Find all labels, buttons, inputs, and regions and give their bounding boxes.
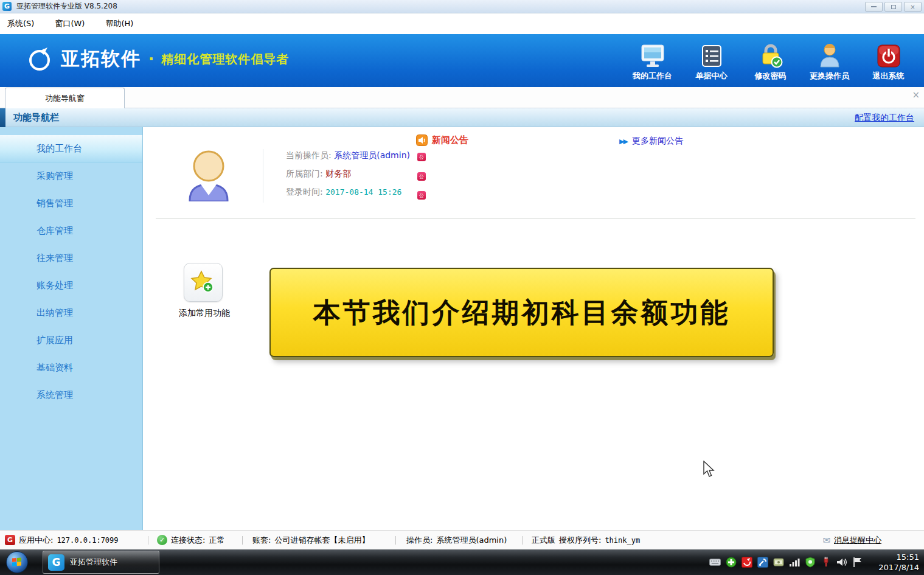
add-favorite-button[interactable] xyxy=(184,263,223,302)
taskbar-clock[interactable]: 15:51 2017/8/14 xyxy=(867,552,919,573)
tab-bar: 功能导航窗 × xyxy=(0,87,924,108)
yatuo-app-icon: G xyxy=(48,554,64,571)
change-password-button[interactable]: 修改密码 xyxy=(741,41,800,82)
connection-ok-icon: ✓ xyxy=(157,535,167,545)
tab-label: 功能导航窗 xyxy=(45,93,85,104)
more-news-link[interactable]: ▶▶ 更多新闻公告 xyxy=(619,136,683,147)
menu-system[interactable]: 系统(S) xyxy=(7,18,34,29)
taskbar-app-button[interactable]: G 亚拓管理软件 xyxy=(43,551,159,574)
operator-row: 当前操作员: 系统管理员(admin) xyxy=(286,150,410,161)
sidebar-item-sales[interactable]: 销售管理 xyxy=(0,190,142,217)
exit-system-label: 退出系统 xyxy=(873,71,905,80)
clock-time: 15:51 xyxy=(867,552,919,562)
account-set-label: 账套: xyxy=(252,535,271,546)
volume-icon[interactable] xyxy=(836,557,847,568)
clock-date: 2017/8/14 xyxy=(867,562,919,573)
person-icon xyxy=(800,41,859,68)
news-section-header: 新闻公告 xyxy=(416,134,468,146)
brand-name: 亚拓软件 xyxy=(61,46,141,72)
message-center-label: 消息提醒中心 xyxy=(834,535,881,546)
login-time-row: 登录时间: 2017-08-14 15:26 xyxy=(286,187,401,198)
license-value: think_ym xyxy=(605,536,640,545)
lesson-banner: 本节我们介绍期初科目余额功能 xyxy=(269,268,774,357)
windows-flag-icon xyxy=(12,557,22,566)
announcement-badge-icon[interactable]: 公 xyxy=(417,172,426,181)
header-banner: 亚拓软件 · 精细化管理软件倡导者 我的工作台 xyxy=(0,34,924,87)
taskbar-app-label: 亚拓管理软件 xyxy=(70,557,117,568)
sidebar-item-cashier[interactable]: 出纳管理 xyxy=(0,299,142,327)
message-center-link[interactable]: ✉ 消息提醒中心 xyxy=(822,531,881,549)
menu-window[interactable]: 窗口(W) xyxy=(55,18,85,29)
sidebar-item-contacts[interactable]: 往来管理 xyxy=(0,245,142,272)
security-shield-icon[interactable] xyxy=(804,557,816,568)
app-logo-icon: G xyxy=(2,2,12,11)
status-connection: ✓ 连接状态: 正常 xyxy=(157,531,224,549)
document-center-label: 单据中心 xyxy=(696,71,728,80)
sidebar-item-accounting[interactable]: 账务处理 xyxy=(0,272,142,299)
switch-operator-label: 更换操作员 xyxy=(810,71,849,80)
connection-label: 连接状态: xyxy=(171,535,205,546)
lock-check-icon xyxy=(741,41,800,68)
power-plug-icon[interactable] xyxy=(820,557,832,568)
tools-icon[interactable] xyxy=(757,557,768,568)
restore-button[interactable] xyxy=(884,2,902,12)
my-workbench-button[interactable]: 我的工作台 xyxy=(623,41,682,82)
close-button[interactable]: × xyxy=(904,2,922,12)
menu-help[interactable]: 帮助(H) xyxy=(105,18,133,29)
status-account-set: 账套: 公司进销存帐套【未启用】 xyxy=(252,531,369,549)
sidebar-item-purchase[interactable]: 采购管理 xyxy=(0,162,142,190)
sidebar-item-base-data[interactable]: 基础资料 xyxy=(0,354,142,382)
nav-panel-header: 功能导航栏 配置我的工作台 xyxy=(0,108,924,127)
sidebar-item-warehouse[interactable]: 仓库管理 xyxy=(0,217,142,245)
tab-function-navigator[interactable]: 功能导航窗 xyxy=(5,88,125,108)
configure-workbench-link[interactable]: 配置我的工作台 xyxy=(855,113,914,124)
antivirus-icon[interactable] xyxy=(725,557,737,568)
keyboard-icon[interactable] xyxy=(709,557,721,568)
operator-value: 系统管理员(admin) xyxy=(334,150,410,160)
double-arrow-icon: ▶▶ xyxy=(619,138,627,145)
sidebar-item-my-workbench[interactable]: 我的工作台 xyxy=(0,135,142,162)
app-center-label: 应用中心: xyxy=(19,535,53,546)
status-operator-value: 系统管理员(admin) xyxy=(436,535,507,546)
exit-system-button[interactable]: 退出系统 xyxy=(859,41,918,82)
input-flag-icon[interactable] xyxy=(852,557,863,568)
taskbar: G 亚拓管理软件 xyxy=(0,549,924,575)
network-signal-icon[interactable] xyxy=(788,557,800,568)
sidebar-item-extensions[interactable]: 扩展应用 xyxy=(0,327,142,354)
wallet-icon[interactable] xyxy=(773,557,784,568)
nav-accent-bar xyxy=(0,108,5,127)
change-password-label: 修改密码 xyxy=(755,71,787,80)
nav-panel-title: 功能导航栏 xyxy=(13,112,59,124)
switch-operator-button[interactable]: 更换操作员 xyxy=(800,41,859,82)
login-time-value: 2017-08-14 15:26 xyxy=(325,187,401,197)
main-content: 当前操作员: 系统管理员(admin) 所属部门: 财务部 登录时间: 2017… xyxy=(144,127,924,530)
announcement-badge-icon[interactable]: 公 xyxy=(417,191,426,200)
document-icon xyxy=(682,41,741,68)
app-center-icon: G xyxy=(5,535,15,545)
status-separator xyxy=(395,536,396,545)
login-time-label: 登录时间: xyxy=(286,187,323,197)
edition-label: 正式版 xyxy=(532,535,555,546)
header-actions: 我的工作台 单据中心 xyxy=(623,41,918,82)
minimize-button[interactable] xyxy=(865,2,883,12)
announcement-badge-icon[interactable]: 公 xyxy=(417,153,426,161)
status-app-center: G 应用中心: 127.0.0.1:7099 xyxy=(5,531,119,549)
announcement-speaker-icon xyxy=(416,134,428,146)
brand-separator: · xyxy=(148,51,154,68)
sidebar-item-system[interactable]: 系统管理 xyxy=(0,382,142,409)
document-center-button[interactable]: 单据中心 xyxy=(682,41,741,82)
operator-avatar xyxy=(185,149,232,203)
mouse-cursor xyxy=(703,461,716,479)
status-bar: G 应用中心: 127.0.0.1:7099 ✓ 连接状态: 正常 账套: 公司… xyxy=(0,530,924,549)
department-label: 所属部门: xyxy=(286,169,323,178)
department-value: 财务部 xyxy=(325,169,351,178)
status-operator-label: 操作员: xyxy=(406,535,432,546)
status-separator xyxy=(522,536,523,545)
app-center-value: 127.0.0.1:7099 xyxy=(57,536,118,545)
news-title: 新闻公告 xyxy=(432,134,468,146)
start-button[interactable] xyxy=(6,551,28,573)
yatuo-tray-icon[interactable] xyxy=(741,557,752,568)
department-row: 所属部门: 财务部 xyxy=(286,169,351,179)
tab-close-icon[interactable]: × xyxy=(912,89,920,100)
status-operator: 操作员: 系统管理员(admin) xyxy=(406,531,507,549)
